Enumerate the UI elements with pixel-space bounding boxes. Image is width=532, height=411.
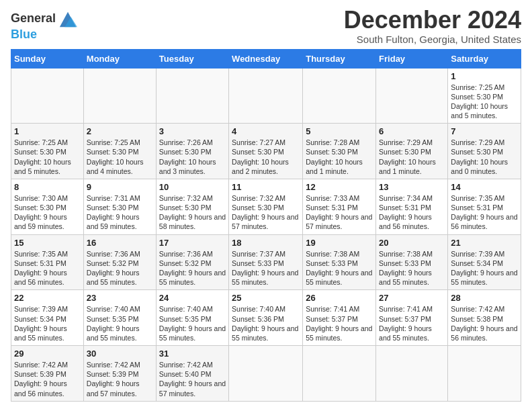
day-detail: Sunrise: 7:42 AMSunset: 5:39 PMDaylight:… xyxy=(87,360,153,398)
day-detail: Sunrise: 7:39 AMSunset: 5:34 PMDaylight:… xyxy=(14,304,81,342)
day-detail: Sunrise: 7:35 AMSunset: 5:31 PMDaylight:… xyxy=(14,249,81,287)
title-area: December 2024 South Fulton, Georgia, Uni… xyxy=(344,7,521,45)
calendar-cell: 14Sunrise: 7:35 AMSunset: 5:31 PMDayligh… xyxy=(448,179,521,234)
day-detail: Sunrise: 7:42 AMSunset: 5:40 PMDaylight:… xyxy=(159,360,226,398)
calendar-cell: 25Sunrise: 7:40 AMSunset: 5:36 PMDayligh… xyxy=(229,290,303,346)
calendar-cell xyxy=(229,68,303,124)
calendar-cell xyxy=(11,68,84,124)
calendar-header-friday: Friday xyxy=(376,49,448,68)
day-number: 18 xyxy=(232,238,300,248)
day-number: 12 xyxy=(306,182,373,192)
calendar-cell: 16Sunrise: 7:36 AMSunset: 5:32 PMDayligh… xyxy=(83,234,156,290)
day-number: 21 xyxy=(451,238,518,248)
calendar-week-row: 1Sunrise: 7:25 AMSunset: 5:30 PMDaylight… xyxy=(11,124,521,179)
calendar-cell: 15Sunrise: 7:35 AMSunset: 5:31 PMDayligh… xyxy=(11,234,84,290)
calendar-cell: 24Sunrise: 7:40 AMSunset: 5:35 PMDayligh… xyxy=(156,290,228,346)
day-detail: Sunrise: 7:25 AMSunset: 5:30 PMDaylight:… xyxy=(14,138,81,176)
day-number: 31 xyxy=(159,349,226,359)
calendar-cell: 4Sunrise: 7:27 AMSunset: 5:30 PMDaylight… xyxy=(229,124,303,179)
calendar-cell: 17Sunrise: 7:36 AMSunset: 5:32 PMDayligh… xyxy=(156,234,228,290)
calendar-cell: 9Sunrise: 7:31 AMSunset: 5:30 PMDaylight… xyxy=(83,179,156,234)
day-detail: Sunrise: 7:29 AMSunset: 5:30 PMDaylight:… xyxy=(379,138,445,176)
calendar-cell xyxy=(156,68,228,124)
day-detail: Sunrise: 7:25 AMSunset: 5:30 PMDaylight:… xyxy=(87,138,153,176)
day-detail: Sunrise: 7:27 AMSunset: 5:30 PMDaylight:… xyxy=(232,138,300,176)
calendar-cell: 27Sunrise: 7:41 AMSunset: 5:37 PMDayligh… xyxy=(376,290,448,346)
day-detail: Sunrise: 7:40 AMSunset: 5:35 PMDaylight:… xyxy=(87,304,153,342)
calendar-cell: 19Sunrise: 7:38 AMSunset: 5:33 PMDayligh… xyxy=(303,234,376,290)
calendar-cell xyxy=(448,346,521,402)
day-detail: Sunrise: 7:41 AMSunset: 5:37 PMDaylight:… xyxy=(306,304,373,342)
calendar-cell: 30Sunrise: 7:42 AMSunset: 5:39 PMDayligh… xyxy=(83,346,156,402)
day-number: 30 xyxy=(87,349,153,359)
day-number: 13 xyxy=(379,182,445,192)
header: General Blue December 2024 South Fulton,… xyxy=(11,7,521,45)
day-number: 20 xyxy=(379,238,445,248)
day-number: 29 xyxy=(14,349,81,359)
calendar: SundayMondayTuesdayWednesdayThursdayFrid… xyxy=(11,49,521,402)
day-number: 4 xyxy=(232,126,300,136)
day-detail: Sunrise: 7:40 AMSunset: 5:36 PMDaylight:… xyxy=(232,304,300,342)
month-title: December 2024 xyxy=(344,7,521,34)
calendar-cell: 5Sunrise: 7:28 AMSunset: 5:30 PMDaylight… xyxy=(303,124,376,179)
calendar-cell: 11Sunrise: 7:32 AMSunset: 5:30 PMDayligh… xyxy=(229,179,303,234)
day-number: 17 xyxy=(159,238,226,248)
calendar-header-row: SundayMondayTuesdayWednesdayThursdayFrid… xyxy=(11,49,521,68)
day-detail: Sunrise: 7:41 AMSunset: 5:37 PMDaylight:… xyxy=(379,304,445,342)
day-detail: Sunrise: 7:40 AMSunset: 5:35 PMDaylight:… xyxy=(159,304,226,342)
day-number: 22 xyxy=(14,293,81,303)
calendar-week-row: 15Sunrise: 7:35 AMSunset: 5:31 PMDayligh… xyxy=(11,234,521,290)
day-number: 24 xyxy=(159,293,226,303)
page-container: General Blue December 2024 South Fulton,… xyxy=(0,0,532,408)
logo-icon xyxy=(58,9,77,28)
calendar-cell: 20Sunrise: 7:38 AMSunset: 5:33 PMDayligh… xyxy=(376,234,448,290)
calendar-cell xyxy=(303,346,376,402)
day-number: 26 xyxy=(306,293,373,303)
day-number: 27 xyxy=(379,293,445,303)
calendar-week-row: 22Sunrise: 7:39 AMSunset: 5:34 PMDayligh… xyxy=(11,290,521,346)
location: South Fulton, Georgia, United States xyxy=(344,34,521,45)
calendar-week-row: 29Sunrise: 7:42 AMSunset: 5:39 PMDayligh… xyxy=(11,346,521,402)
calendar-cell: 22Sunrise: 7:39 AMSunset: 5:34 PMDayligh… xyxy=(11,290,84,346)
calendar-week-row: 1Sunrise: 7:25 AMSunset: 5:30 PMDaylight… xyxy=(11,68,521,124)
calendar-cell: 8Sunrise: 7:30 AMSunset: 5:30 PMDaylight… xyxy=(11,179,84,234)
day-detail: Sunrise: 7:34 AMSunset: 5:31 PMDaylight:… xyxy=(379,193,445,232)
day-detail: Sunrise: 7:38 AMSunset: 5:33 PMDaylight:… xyxy=(379,249,445,287)
day-number: 2 xyxy=(87,126,153,136)
day-number: 5 xyxy=(306,126,373,136)
calendar-cell: 28Sunrise: 7:42 AMSunset: 5:38 PMDayligh… xyxy=(448,290,521,346)
calendar-cell: 21Sunrise: 7:39 AMSunset: 5:34 PMDayligh… xyxy=(448,234,521,290)
day-detail: Sunrise: 7:35 AMSunset: 5:31 PMDaylight:… xyxy=(451,193,518,232)
day-number: 10 xyxy=(159,182,226,192)
day-detail: Sunrise: 7:25 AMSunset: 5:30 PMDaylight:… xyxy=(451,83,518,121)
day-number: 6 xyxy=(379,126,445,136)
logo-blue: Blue xyxy=(11,28,77,42)
day-detail: Sunrise: 7:32 AMSunset: 5:30 PMDaylight:… xyxy=(159,193,226,232)
day-detail: Sunrise: 7:36 AMSunset: 5:32 PMDaylight:… xyxy=(159,249,226,287)
day-detail: Sunrise: 7:33 AMSunset: 5:31 PMDaylight:… xyxy=(306,193,373,232)
day-number: 11 xyxy=(232,182,300,192)
calendar-week-row: 8Sunrise: 7:30 AMSunset: 5:30 PMDaylight… xyxy=(11,179,521,234)
day-number: 8 xyxy=(14,182,81,192)
calendar-cell xyxy=(376,68,448,124)
day-number: 7 xyxy=(451,126,518,136)
day-number: 23 xyxy=(87,293,153,303)
calendar-header-monday: Monday xyxy=(83,49,156,68)
day-detail: Sunrise: 7:29 AMSunset: 5:30 PMDaylight:… xyxy=(451,138,518,176)
calendar-cell: 18Sunrise: 7:37 AMSunset: 5:33 PMDayligh… xyxy=(229,234,303,290)
day-number: 16 xyxy=(87,238,153,248)
day-detail: Sunrise: 7:42 AMSunset: 5:39 PMDaylight:… xyxy=(14,360,81,398)
calendar-cell: 7Sunrise: 7:29 AMSunset: 5:30 PMDaylight… xyxy=(448,124,521,179)
calendar-cell: 31Sunrise: 7:42 AMSunset: 5:40 PMDayligh… xyxy=(156,346,228,402)
day-detail: Sunrise: 7:38 AMSunset: 5:33 PMDaylight:… xyxy=(306,249,373,287)
day-detail: Sunrise: 7:28 AMSunset: 5:30 PMDaylight:… xyxy=(306,138,373,176)
day-detail: Sunrise: 7:32 AMSunset: 5:30 PMDaylight:… xyxy=(232,193,300,232)
calendar-header-saturday: Saturday xyxy=(448,49,521,68)
day-number: 1 xyxy=(14,126,81,136)
calendar-header-tuesday: Tuesday xyxy=(156,49,228,68)
day-detail: Sunrise: 7:30 AMSunset: 5:30 PMDaylight:… xyxy=(14,193,81,232)
day-number: 19 xyxy=(306,238,373,248)
calendar-header-thursday: Thursday xyxy=(303,49,376,68)
calendar-cell: 26Sunrise: 7:41 AMSunset: 5:37 PMDayligh… xyxy=(303,290,376,346)
day-number: 14 xyxy=(451,182,518,192)
